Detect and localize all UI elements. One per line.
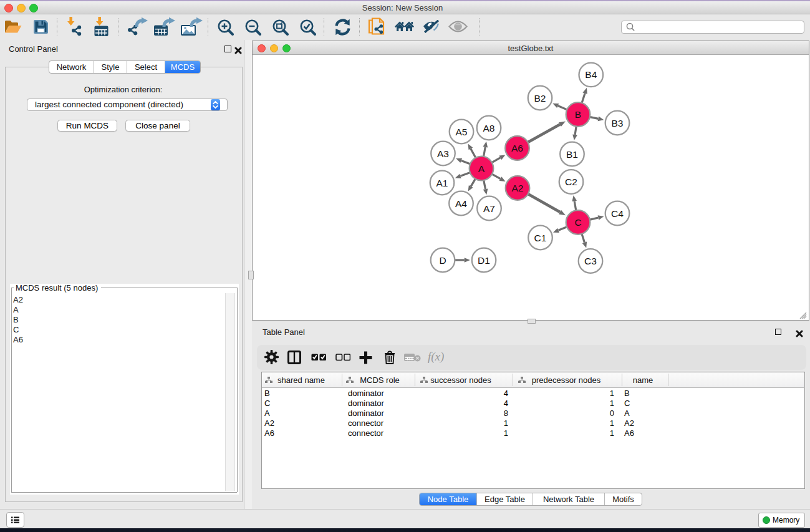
svg-text:C2: C2: [565, 177, 577, 187]
svg-text:A: A: [478, 163, 485, 174]
svg-text:A5: A5: [456, 127, 468, 137]
svg-text:A4: A4: [455, 198, 467, 209]
svg-text:C4: C4: [611, 208, 624, 219]
svg-text:B1: B1: [566, 149, 578, 160]
svg-text:B: B: [575, 109, 581, 120]
svg-text:Memory: Memory: [773, 516, 799, 525]
svg-text:A1: A1: [436, 178, 448, 188]
svg-text:B2: B2: [534, 93, 546, 104]
svg-text:A3: A3: [437, 148, 449, 159]
svg-text:A7: A7: [483, 203, 495, 214]
svg-text:C1: C1: [534, 233, 547, 243]
svg-text:D1: D1: [478, 255, 490, 266]
svg-text:C: C: [574, 217, 581, 228]
svg-text:B4: B4: [585, 69, 597, 80]
svg-text:D: D: [439, 255, 446, 266]
svg-text:A8: A8: [483, 123, 495, 133]
svg-text:A6: A6: [511, 143, 523, 153]
svg-text:A2: A2: [512, 183, 524, 193]
svg-text:C3: C3: [584, 256, 597, 266]
svg-text:B3: B3: [612, 118, 624, 128]
